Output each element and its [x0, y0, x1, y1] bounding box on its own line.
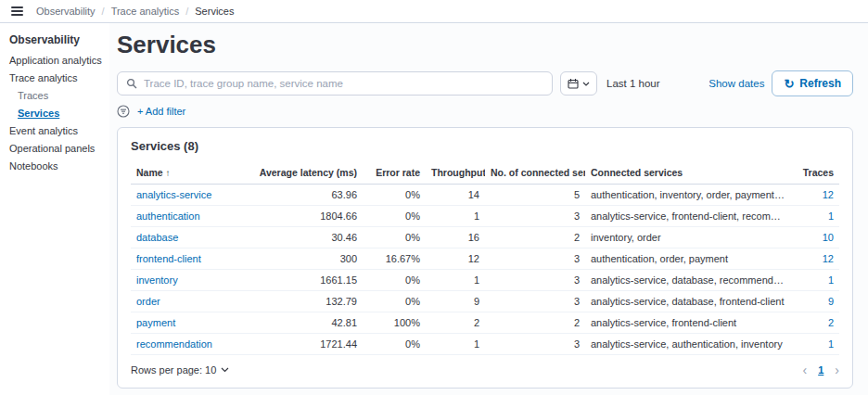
avg-latency-value: 1721.44 [253, 334, 363, 355]
connected-count-value: 3 [485, 248, 585, 270]
connected-services-value: analytics-service, database, frontend-cl… [585, 291, 791, 312]
date-picker-button[interactable] [560, 71, 597, 96]
breadcrumb-separator: / [102, 6, 105, 17]
sidebar-item-traces[interactable]: Traces [9, 90, 104, 101]
traces-link-cell: 12 [791, 248, 839, 270]
traces-link-cell: 1 [791, 206, 839, 227]
sidebar: Observability Application analyticsTrace… [0, 23, 109, 395]
show-dates-link[interactable]: Show dates [708, 78, 764, 89]
page-number[interactable]: 1 [818, 364, 823, 376]
breadcrumb-item-trace-analytics[interactable]: Trace analytics [111, 6, 180, 17]
sidebar-item-trace-analytics[interactable]: Trace analytics [9, 72, 104, 83]
error-rate-value: 0% [363, 227, 426, 248]
refresh-button[interactable]: ↻ Refresh [772, 70, 853, 96]
column-header-throughput[interactable]: Throughput [426, 162, 485, 185]
sort-ascending-icon: ↑ [166, 168, 171, 178]
connected-services-value: analytics-service, frontend-client [585, 312, 791, 334]
chevron-down-icon [221, 367, 229, 373]
services-panel: Services (8) Name↑ Average latency (ms) … [117, 127, 853, 389]
column-header-error-rate[interactable]: Error rate [363, 162, 426, 185]
avg-latency-value: 42.81 [253, 312, 363, 334]
traces-link[interactable]: 10 [823, 232, 834, 243]
traces-link[interactable]: 12 [823, 189, 834, 200]
service-name-link[interactable]: authentication [136, 210, 200, 222]
traces-link[interactable]: 1 [828, 210, 834, 222]
avg-latency-value: 30.46 [253, 227, 363, 248]
search-icon [126, 78, 137, 89]
chevron-down-icon [582, 82, 590, 86]
traces-link-cell: 1 [791, 270, 839, 291]
service-name-link[interactable]: inventory [136, 274, 178, 286]
traces-link[interactable]: 1 [828, 274, 834, 286]
error-rate-value: 0% [363, 291, 426, 312]
column-header-avg-latency[interactable]: Average latency (ms) [253, 162, 363, 185]
connected-count-value: 2 [485, 312, 585, 334]
traces-link-cell: 2 [791, 312, 839, 334]
chevron-right-icon[interactable]: › [835, 363, 839, 376]
services-panel-title: Services (8) [131, 139, 839, 153]
traces-link-cell: 12 [791, 185, 839, 206]
refresh-label: Refresh [799, 77, 841, 90]
breadcrumb-item-observability[interactable]: Observability [36, 6, 96, 17]
service-name-link[interactable]: frontend-client [136, 253, 201, 264]
main-content: Services [109, 23, 868, 395]
sidebar-item-operational-panels[interactable]: Operational panels [9, 143, 104, 154]
service-name-link[interactable]: database [136, 232, 178, 243]
add-filter-link[interactable]: + Add filter [137, 106, 185, 117]
error-rate-value: 0% [363, 334, 426, 355]
connected-count-value: 3 [485, 334, 585, 355]
sidebar-item-application-analytics[interactable]: Application analytics [9, 55, 104, 66]
table-footer: Rows per page: 10 ‹ 1 › [131, 355, 839, 376]
rows-per-page-selector[interactable]: Rows per page: 10 [131, 364, 229, 376]
pagination: ‹ 1 › [803, 363, 839, 376]
table-row: analytics-service63.960%145authenticatio… [131, 185, 839, 206]
connected-count-value: 2 [485, 227, 585, 248]
connected-services-value: analytics-service, database, recommendat… [585, 270, 791, 291]
avg-latency-value: 132.79 [253, 291, 363, 312]
column-header-traces[interactable]: Traces [791, 162, 839, 185]
column-header-name[interactable]: Name↑ [131, 162, 253, 185]
services-table: Name↑ Average latency (ms) Error rate Th… [131, 162, 839, 355]
service-name-link-cell: analytics-service [131, 185, 253, 206]
service-name-link[interactable]: recommendation [136, 338, 212, 350]
hamburger-menu-icon[interactable] [9, 5, 25, 18]
table-row: order132.790%93analytics-service, databa… [131, 291, 839, 312]
service-name-link-cell: inventory [131, 270, 253, 291]
time-range-label[interactable]: Last 1 hour [606, 78, 660, 89]
error-rate-value: 0% [363, 185, 426, 206]
search-box[interactable] [117, 71, 553, 96]
search-input[interactable] [144, 78, 543, 89]
breadcrumb: Observability/Trace analytics/Services [36, 6, 234, 17]
breadcrumb-separator: / [185, 6, 188, 17]
table-header-row: Name↑ Average latency (ms) Error rate Th… [131, 162, 839, 185]
traces-link[interactable]: 2 [828, 317, 834, 328]
sidebar-item-notebooks[interactable]: Notebooks [9, 160, 104, 172]
sidebar-item-event-analytics[interactable]: Event analytics [9, 125, 104, 136]
chevron-left-icon[interactable]: ‹ [803, 363, 808, 376]
connected-count-value: 5 [485, 185, 585, 206]
throughput-value: 2 [426, 312, 485, 334]
column-header-connected-count[interactable]: No. of connected services [485, 162, 585, 185]
traces-link[interactable]: 12 [823, 253, 834, 264]
error-rate-value: 0% [363, 270, 426, 291]
traces-link[interactable]: 9 [828, 296, 834, 307]
connected-count-value: 3 [485, 291, 585, 312]
filter-icon[interactable] [117, 105, 130, 118]
table-row: authentication1804.660%13analytics-servi… [131, 206, 839, 227]
throughput-value: 16 [426, 227, 485, 248]
service-name-link[interactable]: analytics-service [136, 189, 211, 200]
column-header-connected-services: Connected services [585, 162, 791, 185]
throughput-value: 1 [426, 206, 485, 227]
table-row: frontend-client30016.67%123authenticatio… [131, 248, 839, 270]
avg-latency-value: 1661.15 [253, 270, 363, 291]
page-title: Services [117, 31, 853, 59]
sidebar-title: Observability [9, 33, 104, 46]
throughput-value: 9 [426, 291, 485, 312]
traces-link[interactable]: 1 [828, 338, 834, 350]
service-name-link[interactable]: order [136, 296, 160, 307]
traces-link-cell: 1 [791, 334, 839, 355]
service-name-link[interactable]: payment [136, 317, 175, 328]
service-name-link-cell: order [131, 291, 253, 312]
table-row: database30.460%162inventory, order10 [131, 227, 839, 248]
sidebar-item-services[interactable]: Services [9, 108, 104, 119]
